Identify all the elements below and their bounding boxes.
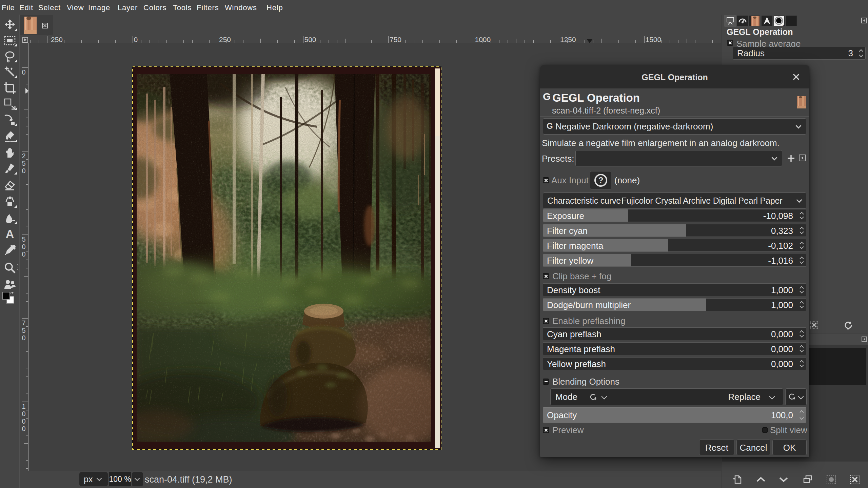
svg-text:?: ?	[598, 176, 604, 185]
svg-text:A: A	[6, 228, 14, 240]
